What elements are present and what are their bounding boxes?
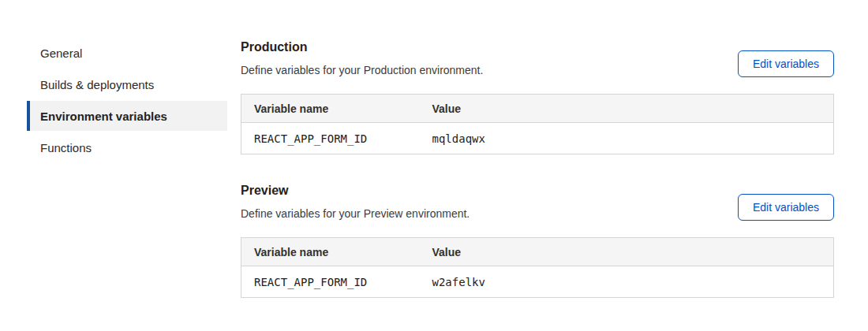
variable-value-cell: w2afelkv	[420, 266, 834, 298]
column-header-value: Value	[420, 238, 834, 266]
sidebar-item-functions[interactable]: Functions	[27, 132, 227, 162]
sidebar-item-builds-deployments[interactable]: Builds & deployments	[27, 69, 227, 99]
column-header-value: Value	[420, 95, 834, 123]
settings-sidebar: General Builds & deployments Environment…	[27, 38, 227, 164]
production-edit-variables-button[interactable]: Edit variables	[738, 50, 834, 77]
preview-section: Preview Define variables for your Previe…	[241, 183, 834, 298]
preview-variables-table: Variable name Value REACT_APP_FORM_ID w2…	[241, 237, 834, 298]
table-row: REACT_APP_FORM_ID w2afelkv	[241, 266, 834, 298]
settings-content: Production Define variables for your Pro…	[241, 39, 834, 326]
column-header-variable-name: Variable name	[241, 95, 420, 123]
sidebar-item-environment-variables[interactable]: Environment variables	[27, 101, 227, 131]
variable-name-cell: REACT_APP_FORM_ID	[241, 266, 420, 298]
production-section: Production Define variables for your Pro…	[241, 39, 834, 154]
preview-edit-variables-button[interactable]: Edit variables	[738, 194, 834, 221]
variable-name-cell: REACT_APP_FORM_ID	[241, 123, 420, 154]
sidebar-item-general[interactable]: General	[27, 38, 227, 68]
table-row: REACT_APP_FORM_ID mqldaqwx	[241, 123, 834, 154]
production-variables-table: Variable name Value REACT_APP_FORM_ID mq…	[241, 94, 834, 154]
environment-variables-settings-page: General Builds & deployments Environment…	[0, 0, 868, 331]
column-header-variable-name: Variable name	[241, 238, 420, 266]
table-header-row: Variable name Value	[241, 238, 834, 266]
table-header-row: Variable name Value	[241, 95, 834, 123]
variable-value-cell: mqldaqwx	[420, 123, 834, 154]
